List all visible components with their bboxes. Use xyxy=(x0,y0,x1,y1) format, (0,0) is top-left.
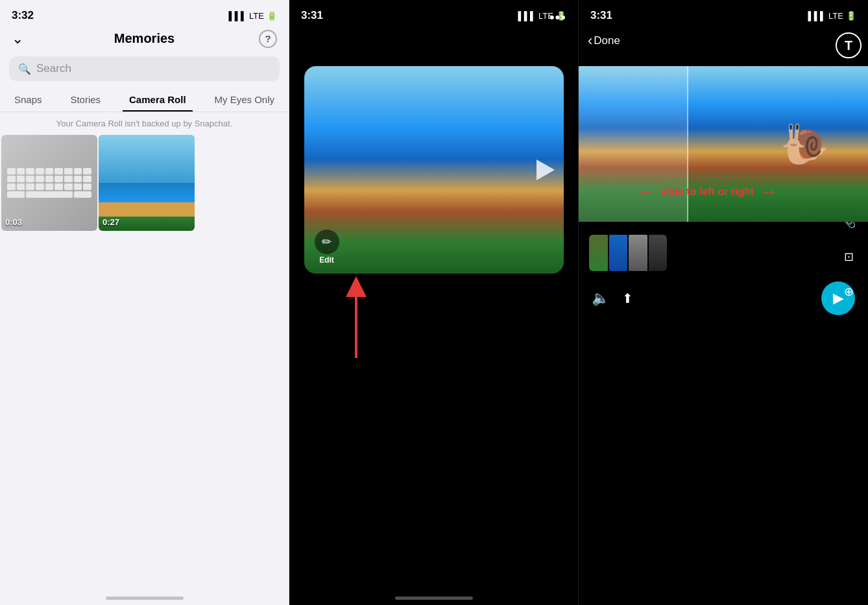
slide-annotation: ← slide to left or right → xyxy=(579,182,836,202)
tabs-row: Snaps Stories Camera Roll My Eyes Only xyxy=(0,86,289,112)
signal-icon-1: ▌▌▌ xyxy=(228,11,247,21)
crop-tool-button[interactable]: ⊡ xyxy=(837,245,860,268)
filmstrip-frame-4 xyxy=(649,235,668,271)
action-icons-left: 🔈 ⬆ xyxy=(592,290,633,307)
filmstrip-frame-2 xyxy=(609,235,628,271)
arrow-left-icon: ← xyxy=(637,182,655,202)
pencil-icon: ✏ xyxy=(322,235,332,249)
video-background xyxy=(304,66,564,274)
text-icon: T xyxy=(845,38,852,53)
edit-label: Edit xyxy=(319,255,334,265)
home-indicator-2 xyxy=(395,597,473,600)
home-indicator-1 xyxy=(106,597,184,600)
share-icon[interactable]: ⬆ xyxy=(622,291,633,306)
status-bar-3: 3:31 ▌▌▌ LTE 🔋 xyxy=(579,0,868,27)
search-bar[interactable]: 🔍 Search xyxy=(9,56,280,81)
snail-speed-icon: 🐌 xyxy=(780,121,829,167)
back-chevron-icon: ‹ xyxy=(588,32,592,49)
text-tool-button[interactable]: T xyxy=(836,32,862,58)
status-time-2: 3:31 xyxy=(301,9,323,22)
thumb-keyboard-bg xyxy=(1,135,97,231)
status-bar-2: 3:31 ▌▌▌ LTE 🔋 xyxy=(289,0,578,27)
panel-video-viewer: 3:31 ▌▌▌ LTE 🔋 ••• ✏ Edit xyxy=(289,0,579,605)
done-label: Done xyxy=(594,34,620,47)
action-bar: 🔈 ⬆ ▶ xyxy=(589,281,858,315)
arrow-right-icon: → xyxy=(759,182,777,202)
search-icon: 🔍 xyxy=(18,63,31,75)
signal-icon-2: ▌▌▌ xyxy=(518,11,536,21)
play-button[interactable] xyxy=(536,160,555,180)
video-filmstrip[interactable] xyxy=(589,235,667,271)
tab-my-eyes-only[interactable]: My Eyes Only xyxy=(208,90,282,112)
status-time-3: 3:31 xyxy=(590,9,612,22)
video-edit-area[interactable]: 🐌 ← slide to left or right → xyxy=(579,66,868,222)
slide-text-label: slide to left or right xyxy=(655,186,760,198)
help-button[interactable]: ? xyxy=(259,30,277,48)
battery-icon-3: 🔋 xyxy=(846,11,856,21)
panel-memories: 3:32 ▌▌▌ LTE 🔋 ⌄ Memories ? 🔍 Search Sna… xyxy=(0,0,289,605)
edit-button[interactable]: ✏ Edit xyxy=(315,230,339,265)
battery-icon-1: 🔋 xyxy=(267,11,277,21)
tab-stories[interactable]: Stories xyxy=(64,90,107,112)
done-button[interactable]: ‹ Done xyxy=(588,32,620,49)
thumb-duration-1: 0:03 xyxy=(5,217,22,227)
thumb-beach-bg xyxy=(99,135,195,231)
memories-header: ⌄ Memories ? xyxy=(0,27,289,51)
lte-label-1: LTE xyxy=(249,11,264,21)
panel-edit-mode: 3:31 ▌▌▌ LTE 🔋 ‹ Done T ✏ 🗂 ✂ ♪ 📎 xyxy=(579,0,868,605)
crop-icon: ⊡ xyxy=(844,250,854,264)
thumbnails-grid: 0:03 0:27 xyxy=(0,134,289,232)
status-icons-1: ▌▌▌ LTE 🔋 xyxy=(228,11,277,21)
thumbnail-beach[interactable]: 0:27 xyxy=(99,135,195,231)
memories-title: Memories xyxy=(114,31,175,46)
filmstrip-frame-3 xyxy=(629,235,647,271)
search-input[interactable]: Search xyxy=(36,62,71,75)
lte-label-3: LTE xyxy=(828,11,843,21)
filmstrip-frame-1 xyxy=(589,235,608,271)
tab-snaps[interactable]: Snaps xyxy=(8,90,49,112)
video-preview[interactable]: ✏ Edit xyxy=(304,66,564,274)
add-filter-button[interactable]: ⊕ xyxy=(837,280,860,303)
edit-arrow-annotation xyxy=(304,274,564,358)
thumb-duration-2: 0:27 xyxy=(102,217,119,227)
more-options-button[interactable]: ••• xyxy=(549,9,566,26)
chevron-down-icon[interactable]: ⌄ xyxy=(12,30,23,47)
tab-camera-roll[interactable]: Camera Roll xyxy=(123,90,193,112)
status-bar-1: 3:32 ▌▌▌ LTE 🔋 xyxy=(0,0,289,27)
edit-icon: ✏ xyxy=(315,230,339,254)
thumbnail-keyboard[interactable]: 0:03 xyxy=(1,135,97,231)
add-filter-icon: ⊕ xyxy=(844,285,854,299)
status-time-1: 3:32 xyxy=(12,9,34,22)
bottom-controls: 🔈 ⬆ ▶ xyxy=(579,235,868,315)
camera-roll-notice: Your Camera Roll isn't backed up by Snap… xyxy=(0,112,289,134)
volume-icon[interactable]: 🔈 xyxy=(592,290,609,307)
status-icons-3: ▌▌▌ LTE 🔋 xyxy=(808,11,856,21)
signal-icon-3: ▌▌▌ xyxy=(808,11,826,21)
red-arrow-svg xyxy=(324,274,389,358)
